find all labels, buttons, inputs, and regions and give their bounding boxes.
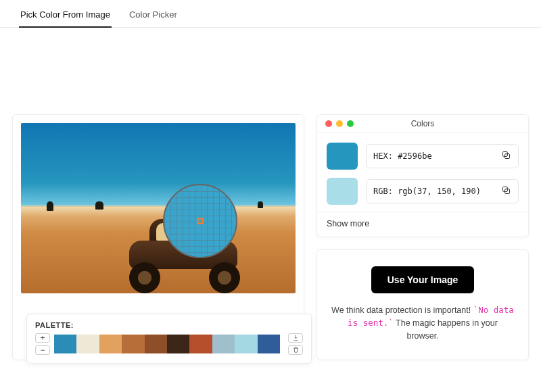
palette-size-stepper: + − <box>35 333 50 355</box>
colors-panel: Colors HEX: #2596be <box>316 114 529 237</box>
selected-color-swatch-secondary[interactable] <box>327 178 358 205</box>
copy-icon <box>501 153 511 162</box>
tabs: Pick Color From Image Color Picker <box>0 0 541 28</box>
copy-rgb-button[interactable] <box>501 185 511 197</box>
download-palette-button[interactable] <box>288 333 303 343</box>
hex-row: HEX: #2596be <box>327 143 519 170</box>
window-titlebar: Colors <box>317 115 528 133</box>
image-card: PALETTE: + − <box>12 114 304 360</box>
rgb-value-text: RGB: rgb(37, 150, 190) <box>373 187 481 196</box>
window-minimize-dot[interactable] <box>336 120 343 127</box>
selected-color-swatch-primary[interactable] <box>327 143 358 170</box>
palette-title: PALETTE: <box>35 321 303 329</box>
cta-panel: Use Your Image We think data protection … <box>316 249 529 360</box>
color-loupe[interactable] <box>163 184 237 258</box>
palette-increase-button[interactable]: + <box>35 333 50 343</box>
palette-swatch-6[interactable] <box>189 335 212 353</box>
palette-swatch-3[interactable] <box>122 335 144 353</box>
window-close-dot[interactable] <box>325 120 332 127</box>
tab-color-picker[interactable]: Color Picker <box>128 5 179 27</box>
image-preview[interactable] <box>21 123 296 293</box>
palette-swatch-1[interactable] <box>76 335 99 353</box>
palette-decrease-button[interactable]: − <box>35 345 50 355</box>
palette-swatch-5[interactable] <box>167 335 189 353</box>
use-your-image-button[interactable]: Use Your Image <box>371 266 475 293</box>
palette-swatches <box>54 335 280 353</box>
window-zoom-dot[interactable] <box>347 120 354 127</box>
rgb-value-box: RGB: rgb(37, 150, 190) <box>366 179 519 203</box>
delete-palette-button[interactable] <box>288 345 303 355</box>
loupe-focus-pixel <box>197 218 204 224</box>
cta-description: We think data protection is important! `… <box>331 304 515 342</box>
palette-swatch-7[interactable] <box>212 335 235 353</box>
palette-swatch-9[interactable] <box>258 335 280 353</box>
hex-value-box: HEX: #2596be <box>366 144 519 168</box>
copy-icon <box>501 188 511 197</box>
window-title: Colors <box>411 119 435 128</box>
palette-swatch-2[interactable] <box>99 335 122 353</box>
hex-value-text: HEX: #2596be <box>373 151 432 161</box>
download-icon <box>292 332 300 344</box>
show-more-button[interactable]: Show more <box>317 212 528 237</box>
palette-swatch-4[interactable] <box>145 335 167 353</box>
copy-hex-button[interactable] <box>501 150 511 162</box>
trash-icon <box>292 344 300 356</box>
main-content: PALETTE: + − <box>0 102 541 360</box>
palette-swatch-8[interactable] <box>235 335 257 353</box>
palette-panel: PALETTE: + − <box>26 314 312 364</box>
palette-swatch-0[interactable] <box>54 335 76 353</box>
tab-pick-color-from-image[interactable]: Pick Color From Image <box>19 5 112 28</box>
rgb-row: RGB: rgb(37, 150, 190) <box>327 178 519 205</box>
